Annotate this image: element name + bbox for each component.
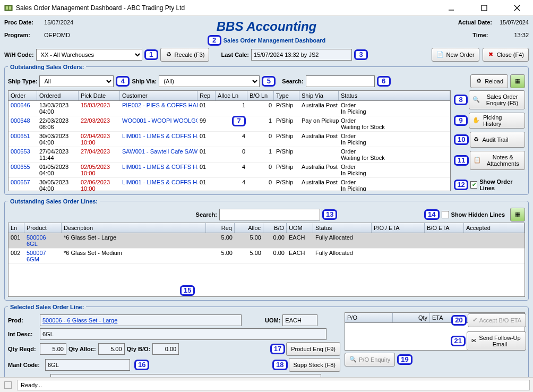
maximize-button[interactable] xyxy=(472,1,496,15)
ship-via-label: Ship Via: xyxy=(132,78,157,84)
lines-grid[interactable]: Ln Product Description Req Alloc B/O UOM… xyxy=(8,223,525,297)
close-window-button[interactable] xyxy=(505,1,529,15)
col-status[interactable]: Status xyxy=(339,91,450,100)
hand-icon: ✋ xyxy=(472,117,480,124)
recycle-icon: ♻ xyxy=(474,136,479,143)
ship-type-select[interactable]: All xyxy=(39,75,114,87)
col-type[interactable]: Type xyxy=(274,91,299,100)
lines-legend: Outstanding Sales Order Lines: xyxy=(8,198,100,204)
program-code: OEPOMD xyxy=(44,32,70,38)
status-bar: Ready... xyxy=(0,377,533,392)
svg-rect-1 xyxy=(6,6,8,10)
col-alloc[interactable]: Alloc Ln xyxy=(216,91,247,100)
search-icon: 🔍 xyxy=(472,96,480,103)
col-bo[interactable]: B/O Ln xyxy=(247,91,274,100)
col-order[interactable]: Order xyxy=(8,91,37,100)
search-icon: 🔍 xyxy=(349,356,357,363)
reload-icon: ♻ xyxy=(475,78,483,85)
excel-icon: ▦ xyxy=(515,78,520,84)
time-label: Time: xyxy=(472,32,511,38)
table-row[interactable]: 00065501/05/202304:0002/05/202310:00LIM0… xyxy=(8,163,450,178)
new-icon: 📄 xyxy=(436,51,444,58)
orders-grid[interactable]: Order Ordered Pick Date Customer Rep All… xyxy=(8,90,451,191)
wh-code-label: W/H Code: xyxy=(4,52,34,58)
manf-code xyxy=(45,359,130,371)
app-title: BBS Accounting xyxy=(110,19,423,34)
orders-search-input[interactable] xyxy=(306,75,375,87)
col-customer[interactable]: Customer xyxy=(120,91,197,100)
window-title: Sales Order Management Dashboard - ABC T… xyxy=(16,4,185,12)
sales-order-enquiry-button[interactable]: 🔍Sales Order Enquiry (F5) xyxy=(469,90,525,109)
qty-alloc xyxy=(98,343,125,355)
qty-bo xyxy=(152,343,179,355)
send-followup-button[interactable]: ✉Send Follow-Up Email xyxy=(467,331,526,351)
recalc-button[interactable]: ♻Recalc (F3) xyxy=(160,48,210,62)
supp-stock-button[interactable]: Supp Stock (F8) xyxy=(289,358,340,372)
show-hidden-lines-checkbox[interactable] xyxy=(442,211,449,218)
show-order-lines-checkbox[interactable]: ✔ xyxy=(470,181,477,189)
page-title: Sales Order Management Dashboard xyxy=(223,37,326,44)
col-rep[interactable]: Rep xyxy=(197,91,216,100)
ship-type-label: Ship Type: xyxy=(8,78,37,84)
proc-date-label: Proc Date: xyxy=(4,19,42,25)
table-row[interactable]: 00064613/03/202304:0015/03/2023PIE002 - … xyxy=(8,101,450,116)
notes-attachments-button[interactable]: 📋Notes & Attachments xyxy=(470,151,525,170)
export-excel-lines-button[interactable]: ▦ xyxy=(510,208,525,221)
selected-uom xyxy=(282,314,317,326)
audit-trail-button[interactable]: ♻Audit Trail xyxy=(470,132,525,148)
picking-history-button[interactable]: ✋Picking History xyxy=(469,113,525,129)
lines-panel: Outstanding Sales Order Lines: Search: 1… xyxy=(4,198,529,301)
orders-search-label: Search: xyxy=(282,78,303,84)
table-row[interactable]: 00065730/05/202304:0002/06/202310:00LIM0… xyxy=(8,178,450,191)
table-row[interactable]: 0015000066GL*6 Glass Set - Large5.005.00… xyxy=(8,233,525,249)
accept-bo-eta-button[interactable]: ✔Accept B/O ETA xyxy=(468,313,526,327)
header-block: Proc Date: 15/07/2024 Program: OEPOMD BB… xyxy=(4,19,529,46)
excel-icon: ▦ xyxy=(515,211,520,218)
note-icon: 📋 xyxy=(474,157,481,164)
svg-rect-4 xyxy=(482,5,487,11)
export-excel-button[interactable]: ▦ xyxy=(510,74,525,88)
actual-date: 15/07/2024 xyxy=(500,19,529,25)
col-pickdate[interactable]: Pick Date xyxy=(79,91,120,100)
program-label: Program: xyxy=(4,32,42,38)
selected-int-desc xyxy=(40,328,326,340)
lines-search-input[interactable] xyxy=(219,209,320,220)
col-shipvia[interactable]: Ship Via xyxy=(299,91,339,100)
close-button[interactable]: ✖Close (F4) xyxy=(483,48,529,62)
time-value: 13:32 xyxy=(514,32,529,38)
po-enquiry-button[interactable]: 🔍P/O Enquiry xyxy=(345,353,395,367)
qty-reqd xyxy=(40,343,66,355)
main-toolbar: W/H Code: XX - All Warehouses 1 ♻Recalc … xyxy=(4,48,529,62)
table-row[interactable]: 0025000076GM*6 Glass Set - Medium5.005.0… xyxy=(8,249,525,264)
lines-search-label: Search: xyxy=(196,211,217,218)
check-icon: ✔ xyxy=(472,317,477,323)
new-order-button[interactable]: 📄New Order xyxy=(432,48,479,62)
minimize-button[interactable] xyxy=(440,1,463,15)
table-row[interactable]: 00065130/03/202304:0002/04/202310:00LIM0… xyxy=(8,132,450,147)
app-icon xyxy=(4,4,13,12)
mail-icon: ✉ xyxy=(471,337,476,344)
selected-product[interactable] xyxy=(40,314,242,326)
last-calc-value xyxy=(251,49,352,61)
table-row[interactable]: 00064822/03/202308:0622/03/2023WOO001 - … xyxy=(8,116,450,132)
title-bar: Sales Order Management Dashboard - ABC T… xyxy=(0,0,533,16)
recycle-icon: ♻ xyxy=(165,51,173,58)
product-enq-button[interactable]: Product Enq (F9) xyxy=(286,342,340,356)
status-text: Ready... xyxy=(21,382,42,388)
svg-rect-2 xyxy=(9,6,11,10)
wh-code-select[interactable]: XX - All Warehouses xyxy=(36,49,142,61)
show-hidden-lines-label: Show Hidden Lines xyxy=(451,211,505,218)
ship-via-select[interactable]: (All) xyxy=(159,75,260,87)
close-icon: ✖ xyxy=(487,51,495,58)
show-order-lines-label: Show Order Lines xyxy=(479,178,525,191)
orders-legend: Outstanding Sales Orders: xyxy=(8,64,86,70)
reload-button[interactable]: ♻Reload xyxy=(470,74,508,88)
selected-legend: Selected Sales Order Line: xyxy=(8,304,86,310)
table-row[interactable]: 00065327/04/202311:4427/04/2023SAW001 - … xyxy=(8,147,450,163)
proc-date: 15/07/2024 xyxy=(44,19,73,25)
col-ordered[interactable]: Ordered xyxy=(37,91,79,100)
last-calc-label: Last Calc: xyxy=(221,52,249,58)
actual-date-label: Actual Date: xyxy=(458,19,496,25)
orders-panel: Outstanding Sales Orders: Ship Type: All… xyxy=(4,64,529,195)
